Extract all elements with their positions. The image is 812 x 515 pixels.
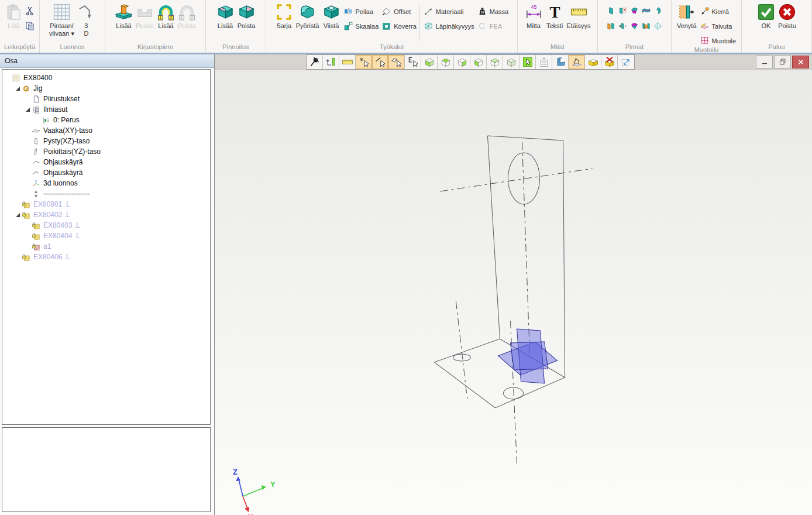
sketch-plane-button[interactable] (569, 55, 585, 69)
tree-item-label: Ilmiasut (43, 105, 67, 114)
poistu-button[interactable]: Poistu (777, 2, 797, 31)
box-delete-button[interactable] (601, 55, 618, 69)
model-canvas[interactable]: Z Y X (215, 70, 812, 515)
koverra-button[interactable]: Koverra (380, 21, 418, 31)
surface-trim-button[interactable] (629, 5, 640, 16)
expander-icon[interactable] (16, 87, 20, 91)
viist-button[interactable]: Viistä (321, 2, 342, 31)
tree-item-0-perus[interactable]: 0: Perus (2, 115, 210, 125)
window-controls (756, 56, 809, 68)
datum-planes[interactable] (498, 329, 557, 383)
tree-item-ohjausk-yr[interactable]: Ohjauskäyrä (2, 167, 210, 178)
cube-left-button[interactable] (470, 55, 487, 69)
tree-item-vaaka-xy-taso[interactable]: Vaaka(XY)-taso (2, 125, 210, 136)
tree-item-a1[interactable]: a1 (2, 241, 210, 252)
tree-item-ex80406-l[interactable]: EX80406 .L (2, 252, 210, 262)
fit-frame-button[interactable] (323, 55, 339, 69)
svg-text:G: G (23, 84, 29, 92)
poista-button[interactable]: Poista (236, 2, 257, 31)
tree-item-jig[interactable]: GJig (2, 83, 210, 94)
tree-item-3d-luonnos[interactable]: 3d luonnos (2, 178, 210, 188)
materiaali-button[interactable]: Materiaali (422, 6, 476, 16)
tree-item-ex80801-l[interactable]: EX80801 .L (2, 199, 210, 210)
lis-button[interactable]: 12Lisää (156, 2, 176, 31)
cube-top-button[interactable] (438, 55, 454, 69)
cut-button[interactable] (25, 5, 36, 16)
select-edge-button[interactable] (372, 55, 388, 69)
lis-button[interactable]: Lisää (215, 2, 236, 31)
expander-icon[interactable] (26, 108, 30, 112)
tree-item-ex80404-l[interactable]: EX80404 .L (2, 231, 210, 241)
py-rist-button[interactable]: Pyöristä (295, 2, 321, 31)
et-isyys-button[interactable]: Etäisyys (566, 2, 592, 31)
small-button-column: OffsetKoverra (380, 2, 418, 31)
skaalaa-button[interactable]: Skaalaa (342, 21, 380, 31)
minimize-button[interactable] (756, 56, 773, 68)
taivuta-button[interactable]: Taivuta (699, 21, 738, 31)
tree-item-ilmiasut[interactable]: Ilmiasut (2, 104, 210, 115)
offset-icon (381, 6, 391, 16)
surface-add-button[interactable] (605, 5, 617, 16)
expander-icon[interactable] (16, 213, 20, 217)
tree-item-piirustukset[interactable]: Piirustukset (2, 94, 210, 104)
select-feature-button[interactable] (405, 55, 421, 69)
box-open-button[interactable] (585, 55, 601, 69)
offset-button[interactable]: Offset (380, 6, 418, 16)
l-pin-kyvyys-button[interactable]: Läpinäkyvyys (422, 21, 476, 31)
ribbon: LiitäLeikepöytäPintaan/ viivaan ▾3 DLuon… (0, 0, 812, 53)
copy-button[interactable] (25, 20, 36, 32)
surface-move-button[interactable] (617, 20, 628, 32)
y-axis-arrow (262, 485, 266, 490)
peilaa-button[interactable]: Peilaa (342, 6, 380, 16)
surface-extend-button[interactable] (629, 20, 640, 32)
cube-iso-button[interactable] (503, 55, 519, 69)
mitta-button[interactable]: 45Mitta (524, 2, 544, 31)
tree-item-ohjausk-yr[interactable]: Ohjauskäyrä (2, 157, 210, 167)
tree-item-ex80400[interactable]: EX80400 (2, 73, 210, 83)
ok-button[interactable]: OK (756, 2, 776, 31)
tree-item-pysty-xz-taso[interactable]: Pysty(XZ)-taso (2, 136, 210, 146)
select-box-button[interactable] (519, 55, 536, 69)
teksti-button[interactable]: TTeksti (545, 2, 565, 31)
surface-loft-button[interactable] (641, 20, 652, 32)
tree-item-poikittais-yz-taso[interactable]: Poikittais(YZ)-taso (2, 146, 210, 157)
surface-replace-button[interactable] (605, 20, 617, 32)
lock-yellow-icon (22, 253, 30, 262)
tree-item-ex80402-l[interactable]: EX80402 .L (2, 210, 210, 220)
select-point-button[interactable] (356, 55, 372, 69)
3-d-button[interactable]: 3 D (76, 2, 97, 39)
cube-solid-button[interactable] (421, 55, 438, 69)
liit-button[interactable]: Liitä (4, 2, 24, 31)
surface-delete-button[interactable] (617, 5, 628, 16)
lis-button[interactable]: Lisää (113, 2, 134, 31)
poista-button[interactable]: 12Poista (177, 2, 197, 31)
tree-item-item[interactable]: -------------------- (2, 188, 210, 199)
venyt-button[interactable]: Venytä (676, 2, 698, 31)
select-face-button[interactable] (388, 55, 405, 69)
restore-button[interactable] (774, 56, 791, 68)
close-button[interactable] (792, 56, 809, 68)
massa-button[interactable]: 10Massa (476, 6, 510, 16)
surface-patch-button[interactable] (652, 20, 663, 32)
fea-button[interactable]: FEA (476, 21, 510, 31)
feature-tool-button[interactable] (552, 55, 569, 69)
expand-view-button[interactable] (618, 55, 634, 69)
surface-blend-button[interactable] (641, 5, 652, 16)
cube-right-button[interactable] (454, 55, 470, 69)
list-menu-button[interactable] (536, 55, 552, 69)
pintaan-viivaan-button[interactable]: Pintaan/ viivaan ▾ (48, 2, 75, 39)
surface-sweep-button[interactable] (652, 5, 663, 16)
poista-button[interactable]: Poista (135, 2, 155, 31)
sarja-button[interactable]: Sarja (274, 2, 294, 31)
lib-remove2-icon: 12 (178, 3, 196, 21)
button-label: Koverra (394, 23, 417, 30)
separator-icon (32, 190, 40, 198)
muotoile-button[interactable]: Muotoile (699, 36, 738, 46)
ruler-button[interactable] (339, 55, 356, 69)
kierr-button[interactable]: Kierrä (699, 6, 738, 16)
tree-item-ex80403-l[interactable]: EX80403 .L (2, 220, 210, 231)
plane-vert-icon (32, 137, 40, 146)
part-tree[interactable]: EX80400GJigPiirustuksetIlmiasut0: PerusV… (2, 69, 211, 425)
pin-button[interactable] (307, 55, 323, 69)
cube-back-button[interactable] (487, 55, 503, 69)
